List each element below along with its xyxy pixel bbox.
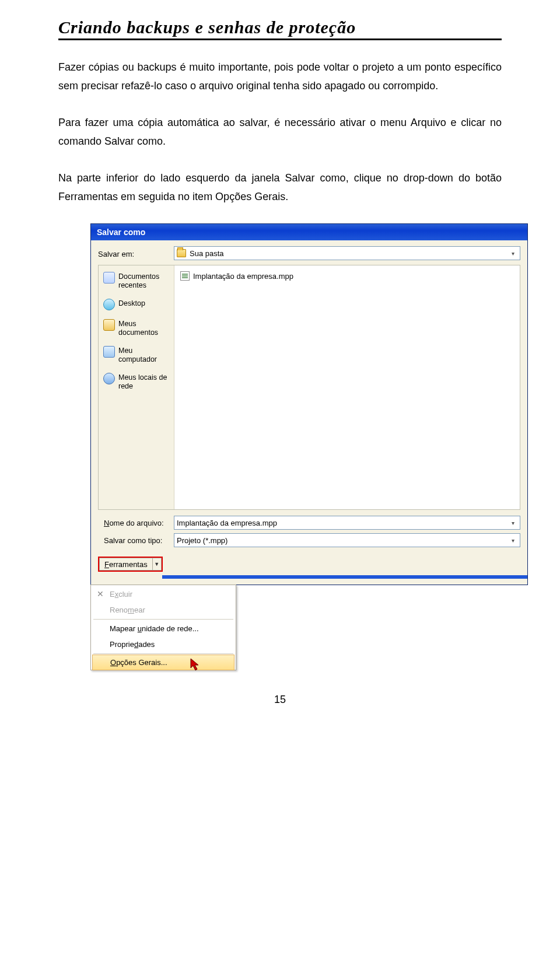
place-desktop[interactable]: Desktop (102, 296, 170, 316)
filetype-label: Salvar como tipo: (98, 536, 168, 545)
chevron-down-icon[interactable]: ▼ (152, 558, 162, 571)
menu-separator (93, 619, 233, 620)
paragraph-2: Para fazer uma cópia automática ao salva… (58, 113, 502, 151)
filetype-combo[interactable]: Projeto (*.mpp) ▾ (174, 533, 520, 547)
place-label: Meus documentos (118, 319, 169, 337)
chevron-down-icon: ▾ (508, 520, 517, 526)
save-in-value: Sua pasta (190, 249, 224, 258)
file-name: Implantação da empresa.mpp (193, 272, 293, 281)
dialog-footer-strip (162, 575, 527, 579)
tools-dropdown-menu: ✕ Excluir Renomear Mapear unidade de red… (90, 585, 236, 670)
save-in-label: Salvar em: (98, 249, 174, 258)
save-in-combo[interactable]: Sua pasta ▾ (174, 246, 520, 260)
filename-value: Implantação da empresa.mpp (177, 519, 277, 527)
place-recent[interactable]: Documentos recentes (102, 269, 170, 296)
place-my-computer[interactable]: Meu computador (102, 343, 170, 370)
folder-icon (177, 249, 186, 257)
my-documents-icon (103, 319, 115, 331)
menu-item-propriedades[interactable]: Propriedades (91, 636, 236, 652)
save-as-dialog: Salvar como Salvar em: Sua pasta ▾ (90, 223, 528, 585)
place-label: Desktop (118, 299, 145, 308)
file-listing[interactable]: Implantação da empresa.mpp (174, 265, 520, 509)
places-bar: Documentos recentes Desktop Meus documen… (99, 265, 174, 509)
place-label: Documentos recentes (118, 272, 169, 290)
place-label: Meus locais de rede (118, 373, 169, 391)
desktop-icon (103, 299, 115, 310)
section-divider (58, 39, 502, 40)
file-item[interactable]: Implantação da empresa.mpp (180, 270, 514, 282)
delete-icon: ✕ (96, 589, 105, 599)
chevron-down-icon: ▾ (508, 250, 517, 257)
place-my-documents[interactable]: Meus documentos (102, 316, 170, 343)
filename-label: Nome do arquivo: (98, 519, 168, 527)
chevron-down-icon: ▾ (508, 537, 517, 544)
project-file-icon (180, 271, 190, 281)
menu-item-mapear[interactable]: Mapear unidade de rede... (91, 621, 236, 636)
tools-button[interactable]: Ferramentas ▼ (98, 557, 163, 572)
paragraph-3: Na parte inferior do lado esquerdo da ja… (58, 169, 502, 207)
screenshot-save-as-dialog: Salvar como Salvar em: Sua pasta ▾ (90, 223, 502, 670)
place-network[interactable]: Meus locais de rede (102, 370, 170, 397)
network-places-icon (103, 373, 115, 384)
menu-separator (93, 653, 233, 654)
filename-input[interactable]: Implantação da empresa.mpp ▾ (174, 516, 520, 530)
my-computer-icon (103, 346, 115, 358)
dialog-titlebar: Salvar como (91, 224, 527, 240)
file-browser: Documentos recentes Desktop Meus documen… (98, 265, 520, 510)
page-number: 15 (58, 694, 502, 706)
place-label: Meu computador (118, 346, 169, 364)
menu-item-excluir[interactable]: ✕ Excluir (91, 586, 236, 602)
section-title: Criando backups e senhas de proteção (58, 18, 502, 37)
recent-documents-icon (103, 272, 115, 284)
paragraph-1: Fazer cópias ou backups é muito importan… (58, 58, 502, 96)
menu-item-renomear[interactable]: Renomear (91, 602, 236, 618)
menu-item-opcoes-gerais[interactable]: Opções Gerais... (92, 655, 235, 670)
filetype-value: Projeto (*.mpp) (177, 536, 228, 545)
